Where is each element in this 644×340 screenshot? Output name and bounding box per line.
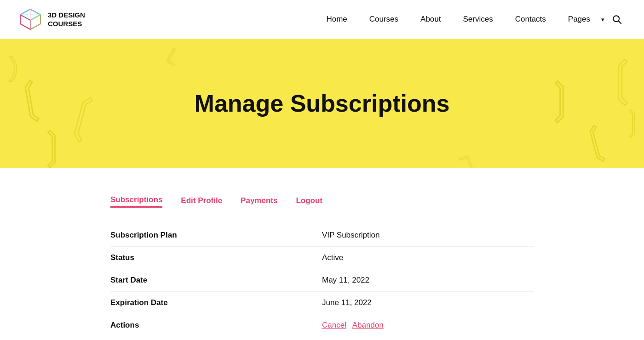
- search-icon: [612, 14, 622, 24]
- tab-subscriptions[interactable]: Subscriptions: [110, 195, 162, 208]
- nav-services[interactable]: Services: [454, 11, 502, 28]
- field-value-expiration-date: June 11, 2022: [322, 298, 372, 307]
- svg-text:❲: ❲: [603, 52, 641, 106]
- nav-contacts[interactable]: Contacts: [506, 11, 555, 28]
- svg-text:❲: ❲: [575, 117, 616, 166]
- svg-text:❳: ❳: [37, 125, 68, 168]
- nav-courses[interactable]: Courses: [360, 11, 408, 28]
- account-tabs: Subscriptions Edit Profile Payments Logo…: [110, 195, 534, 208]
- tab-logout[interactable]: Logout: [296, 195, 322, 208]
- nav-pages-link[interactable]: Pages: [559, 11, 599, 28]
- svg-text:❲: ❲: [9, 72, 52, 125]
- field-label-expiration-date: Expiration Date: [110, 298, 322, 307]
- tab-payments[interactable]: Payments: [241, 195, 277, 208]
- table-row: Status Active: [110, 247, 534, 269]
- field-value-plan: VIP Subscription: [322, 231, 380, 240]
- field-value-actions: Cancel Abandon: [322, 321, 387, 330]
- chevron-down-icon: ▾: [601, 16, 604, 23]
- nav-about[interactable]: About: [411, 11, 450, 28]
- field-value-start-date: May 11, 2022: [322, 276, 369, 285]
- field-label-status: Status: [110, 253, 322, 262]
- search-button[interactable]: [608, 11, 626, 28]
- main-content: Subscriptions Edit Profile Payments Logo…: [0, 168, 644, 340]
- nav-pages[interactable]: Pages ▾: [559, 11, 604, 28]
- field-value-status: Active: [322, 253, 343, 262]
- table-row: Start Date May 11, 2022: [110, 269, 534, 292]
- site-logo[interactable]: 3D DESIGN COURSES: [18, 7, 85, 31]
- svg-text:): ): [9, 51, 18, 82]
- svg-marker-2: [30, 15, 40, 29]
- main-nav: Home Courses About Services Contacts Pag…: [317, 11, 626, 28]
- logo-icon: [18, 7, 42, 31]
- site-header: 3D DESIGN COURSES Home Courses About Ser…: [0, 0, 644, 39]
- subscription-table: Subscription Plan VIP Subscription Statu…: [110, 224, 534, 336]
- cancel-button[interactable]: Cancel: [322, 321, 346, 330]
- table-row: Actions Cancel Abandon: [110, 314, 534, 336]
- svg-line-8: [619, 21, 621, 23]
- logo-text: 3D DESIGN COURSES: [48, 11, 85, 28]
- table-row: Subscription Plan VIP Subscription: [110, 224, 534, 247]
- hero-banner: ❲ ❳ ❲ ) ❳ ❲ ❲ ❳ └ ┐ Manage Subscriptions: [0, 39, 644, 168]
- svg-text:┐: ┐: [454, 141, 480, 168]
- abandon-button[interactable]: Abandon: [352, 321, 384, 330]
- page-title: Manage Subscriptions: [195, 90, 450, 117]
- field-label-actions: Actions: [110, 321, 322, 330]
- svg-text:└: └: [155, 45, 182, 75]
- tab-edit-profile[interactable]: Edit Profile: [181, 195, 222, 208]
- field-label-start-date: Start Date: [110, 276, 322, 285]
- table-row: Expiration Date June 11, 2022: [110, 292, 534, 314]
- svg-text:❳: ❳: [543, 75, 577, 123]
- svg-marker-3: [20, 15, 30, 29]
- field-label-plan: Subscription Plan: [110, 231, 322, 240]
- svg-text:❳: ❳: [621, 106, 644, 138]
- svg-text:❲: ❲: [58, 85, 109, 147]
- nav-home[interactable]: Home: [317, 11, 356, 28]
